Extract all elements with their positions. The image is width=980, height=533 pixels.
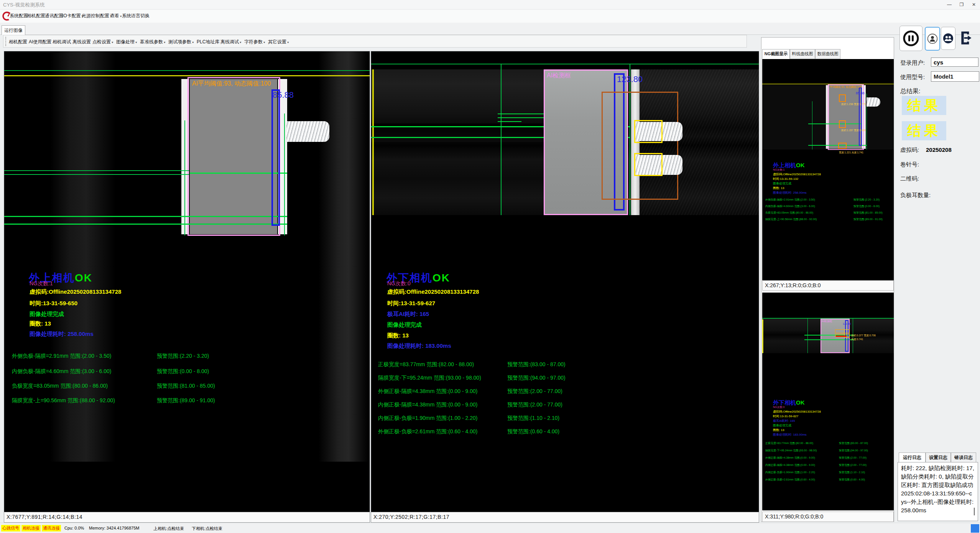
user-button[interactable] [925, 27, 940, 51]
process-cost-label: 图像处理耗时: 183.00ms [387, 342, 451, 350]
measurement-warning: 预警范围:(2.20 - 3.20) [853, 198, 880, 202]
comm-link-indicator: 通讯连接 [42, 525, 61, 531]
pixel-readout-bar: X:311;Y:980;R:0;G:0;B:0 [762, 512, 894, 522]
tool-offline-debug[interactable]: 离线调试 [220, 39, 241, 45]
menu-item-language-switch[interactable]: 系统语言切换 [122, 13, 150, 19]
toolbar-grip-handle[interactable] [5, 37, 7, 46]
tool-camera-config[interactable]: 相机配置 [9, 39, 27, 45]
measurement-warning: 预警范围:(0.00 - 8.00) [853, 204, 880, 208]
qr-code-label: 二维码: [900, 175, 919, 183]
width-value-label: 123.80 [843, 322, 851, 325]
tool-spot-check-setting[interactable]: 点检设置 [92, 39, 113, 45]
measurement-value: 隔膜宽度-下=95.24mm 范围:(93.00 - 98.00) [765, 449, 817, 452]
tool-char-params[interactable]: 字符参数 [244, 39, 265, 45]
lower-camera-view[interactable]: AI检测框 123.80 外下相机OK NG次数:0 虚拟码:Offline20… [371, 51, 759, 523]
pause-button[interactable] [899, 26, 922, 51]
measurement-value: 负极宽度=83.05mm 范围:(80.00 - 86.00) [765, 211, 813, 215]
close-button[interactable]: ✕ [968, 0, 980, 10]
user-group-icon [943, 33, 954, 44]
tab-run-log[interactable]: 运行日志 [899, 452, 926, 463]
measurement-value: 隔膜宽度-下=95.24mm 范围:(93.00 - 98.00) [378, 375, 481, 382]
virtual-code-label: 虚拟码:Offline20250208133134728 [387, 288, 479, 296]
measurement-value: 内侧负极-隔膜=4.60mm 范围:(3.00 - 6.00) [12, 368, 111, 375]
menu-item-view[interactable]: 查看 [110, 13, 122, 19]
measurement-warning: 预警范围:(81.00 - 85.00) [157, 383, 215, 390]
anode-tab-count-label: 负极耳数量: [900, 192, 931, 199]
electrode-tab-blob [867, 97, 880, 107]
camera-result-ok: OK [796, 162, 805, 168]
menu-item-light-control-config[interactable]: 光源控制配置 [82, 13, 112, 19]
green-segment [498, 121, 521, 122]
login-user-label: 登录用户: [900, 59, 925, 67]
menu-item-camera-config[interactable]: 相机配置 [27, 13, 45, 19]
user-group-button[interactable] [941, 27, 955, 50]
result-display-down: 结果 [902, 121, 946, 140]
measurement-warning: 预警范围:(1.10 - 2.10) [507, 415, 559, 422]
text-caret [974, 508, 975, 515]
ng-snapshot-panel: NG截图显示 料线曲线图 数据曲线图 平均阈值:93, 动态阈值:100 85.… [761, 37, 894, 522]
tool-other-settings[interactable]: 其它设置 [268, 39, 289, 45]
time-label: 时间:13-31-59-627 [773, 414, 798, 418]
status-bar: 心跳信号 相机连接 通讯连接 Cpu: 0.0% Memory: 3424.41… [0, 523, 980, 533]
tool-test-item-params[interactable]: 测试项参数 [168, 39, 194, 45]
process-cost-label: 图像处理耗时: 183.00ms [773, 433, 807, 437]
virtual-code-label: 虚拟码:Offline20250208133134728 [773, 410, 821, 414]
upper-camera-view[interactable]: 85.88 AI平均阈值:93, 动态阈值:100 外上相机OK NG次数:1 … [4, 51, 370, 523]
process-done-label: 图像处理完成 [773, 423, 791, 428]
measurement-value: 内侧正极-隔膜=4.38mm 范围:(0.00 - 9.00) [378, 401, 477, 408]
tab-ng-snapshot[interactable]: NG截图显示 [762, 49, 790, 59]
measurement-warning: 预警范围:(94.00 - 97.00) [839, 449, 868, 452]
ai-detect-box [187, 77, 280, 236]
log-content: 耗时: 222, 缺陷检测耗时: 17, 缺陷分类耗时: 0, 缺陷提取分区耗时… [898, 462, 978, 516]
ng-count-label: NG次数:1 [773, 168, 784, 172]
minimize-button[interactable]: — [943, 0, 955, 10]
measurement-warning: 预警范围:(94.00 - 97.00) [507, 375, 566, 382]
model-select[interactable]: Model1 [931, 71, 979, 82]
tool-ai-use-config[interactable]: AI使用配置 [29, 39, 51, 45]
tool-offline-setting[interactable]: 离线设置 [72, 39, 91, 45]
yellow-reference-line [4, 75, 370, 76]
log-text-area[interactable]: 耗时: 222, 缺陷检测耗时: 17, 缺陷分类耗时: 0, 缺陷提取分区耗时… [898, 462, 978, 521]
time-label: 时间:13-31-59-627 [387, 300, 435, 307]
yellow-vertical-line [372, 69, 374, 215]
measurement-value: 外侧正极-负极=2.61mm 范围:(0.60 - 4.00) [765, 478, 815, 482]
maximize-button[interactable]: ❐ [955, 0, 968, 10]
menu-item-io-card-config[interactable]: IO卡配置 [62, 13, 83, 19]
electrode-tab-blob [286, 121, 329, 142]
green-horizontal-line [4, 216, 287, 217]
tool-camera-debug[interactable]: 相机调试 [53, 39, 71, 45]
measurement-warning: 预警范围:(0.00 - 8.00) [157, 368, 209, 375]
camera-result-ok: OK [75, 272, 92, 284]
tab-material-curve[interactable]: 料线曲线图 [790, 49, 815, 59]
yellow-vertical-line [762, 319, 763, 353]
login-user-input[interactable] [931, 58, 978, 67]
menu-item-system-config[interactable]: 系统配置 [10, 13, 28, 19]
threshold-overlay-label: 平均阈值:93, 动态阈值:100 [830, 85, 863, 89]
measurement-value: 负极宽度=83.05mm 范围:(80.00 - 86.00) [12, 383, 108, 390]
cpu-usage-text: Cpu: 0.0% [64, 526, 84, 530]
ng-snapshot-lower-view[interactable]: AI检测框 123.80 面积:0.377 宽度:0.706 高度:0.741 … [762, 293, 894, 510]
green-segment [498, 114, 544, 114]
menu-item-comm-config[interactable]: 通讯配置 [45, 13, 63, 19]
resize-grip[interactable] [971, 524, 979, 533]
ng-count-label: NG次数:0 [387, 280, 411, 287]
window-title: CYS-视觉检测系统 [3, 2, 45, 8]
measurement-value: 外侧正极-隔膜=4.38mm 范围:(0.00 - 9.00) [378, 388, 477, 395]
tab-error-log[interactable]: 错误日志 [951, 452, 976, 463]
exit-button[interactable] [957, 26, 976, 50]
virtual-code-field-value: 20250208 [926, 146, 952, 153]
top-camera-status-text: 上相机:点检结束 [153, 526, 184, 531]
ng-snapshot-upper-view[interactable]: 平均阈值:93, 动态阈值:100 85.88 面积:1.236 宽度:1.77… [762, 59, 894, 280]
tool-baseline-params[interactable]: 基准线参数 [140, 39, 165, 45]
green-vertical-line [807, 318, 808, 353]
measurement-value: 隔膜宽度-上=90.56mm 范围:(88.00 - 92.00) [765, 217, 817, 221]
tool-image-processing[interactable]: 图像处理 [116, 39, 137, 45]
tab-run-image[interactable]: 运行图像 [2, 25, 25, 35]
winding-pin-label: 卷针号: [900, 161, 919, 168]
defect-annotation: 面积:1.157 宽度:0.889 [841, 129, 866, 132]
measurement-value: 正极宽度=83.77mm 范围:(82.00 - 88.00) [378, 361, 474, 368]
tool-plc-address-lib[interactable]: PLC地址库 [197, 39, 219, 45]
tab-data-curve[interactable]: 数据曲线图 [815, 49, 840, 59]
tab-setting-log[interactable]: 设置日志 [926, 452, 951, 463]
defect-orange-box [839, 94, 846, 102]
